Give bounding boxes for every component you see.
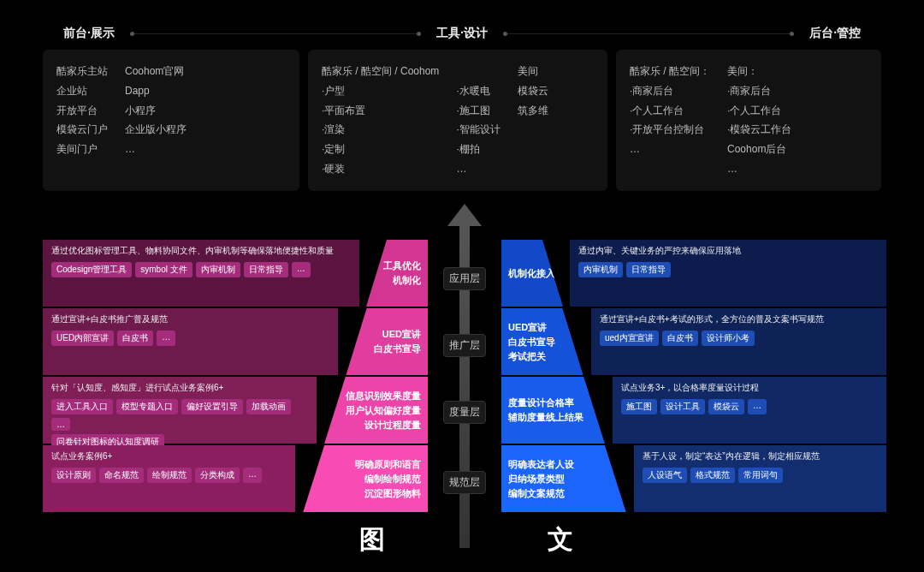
top-box-back: 酷家乐 / 酷空间： ·商家后台 ·个人工作台 ·开放平台控制台 … 美间： ·… [616,50,881,191]
item: 企业站 [56,81,108,101]
tags: 试点业务案例6+ 设计原则 命名规范 绘制规范 分类构成 … [43,445,295,512]
tag: … [243,468,262,483]
row-desc: 针对「认知度、感知度」进行试点业务案例6+ [51,382,308,394]
slab-line: UED宣讲 [508,321,547,334]
item: ·个人工作台 [630,101,710,121]
tag: 内审机制 [196,262,240,277]
tag: 人设语气 [643,468,687,483]
tags: 通过宣讲+白皮书+考试的形式，全方位的普及文案书写规范 ued内宣宣讲 白皮书 … [591,308,886,375]
tag: 日常指导 [626,262,671,277]
layer-promo: 推广层 [443,334,486,357]
tags: 通过优化图标管理工具、物料协同文件、内审机制等确保落地便捷性和质量 Codesi… [43,240,359,307]
slab-line: 编制绘制规范 [364,473,421,486]
item: ·户型 [322,81,439,101]
row-desc: 试点业务案例6+ [51,450,287,462]
tag: 分类构成 [195,468,240,483]
slab: 工具优化 机制化 [359,240,428,307]
item: 筑多维 [518,101,548,121]
item: Coohom官网 [125,62,187,81]
top-box-tool: 酷家乐 / 酷空间 / Coohom ·户型 ·平面布置 ·渲染 ·定制 ·硬装… [308,50,607,191]
list: 酷家乐 / 酷空间 / Coohom ·户型 ·平面布置 ·渲染 ·定制 ·硬装 [322,62,439,179]
tag: 白皮书 [662,331,698,346]
tag: … [157,331,175,346]
slab-line: 明确表达者人设 [508,458,574,471]
item: … [630,140,710,159]
slab-line: 沉淀图形物料 [364,487,421,500]
tags: 基于人设，制定“表达”内在逻辑，制定相应规范 人设语气 格式规范 常用词句 [634,445,886,512]
list: Coohom官网 Dapp 小程序 企业版小程序 … [125,62,187,179]
row: 试点业务案例6+ 设计原则 命名规范 绘制规范 分类构成 … 明确原则和语言 编… [43,445,428,512]
item: … [727,159,791,179]
row-desc: 通过优化图标管理工具、物料协同文件、内审机制等确保落地便捷性和质量 [51,245,351,257]
slab: UED宣讲 白皮书宣导 [338,308,428,375]
item: ·模袋云工作台 [727,120,791,140]
tag: 日常指导 [244,262,288,277]
slab-line: 机制化 [393,274,421,287]
item: ·施工图 [456,101,500,121]
slab: 度量设计合格率 辅助度量线上结果 [501,377,613,444]
tag: 格式规范 [690,468,735,483]
row-desc: 通过宣讲+白皮书推广普及规范 [51,313,329,325]
slab-line: 工具优化 [383,259,421,272]
layer-metric: 度量层 [443,401,486,424]
slab-line: UED宣讲 [382,328,421,341]
row: 通过优化图标管理工具、物料协同文件、内审机制等确保落地便捷性和质量 Codesi… [43,240,428,307]
tag: ued内宣宣讲 [600,331,659,346]
top-boxes: 酷家乐主站 企业站 开放平台 模袋云门户 美间门户 Coohom官网 Dapp … [43,50,881,191]
pyramid-title-text: 文 [548,522,573,557]
tag: 设计工具 [660,399,705,414]
list: 酷家乐主站 企业站 开放平台 模袋云门户 美间门户 [56,62,108,179]
top-head-front: 前台·展示 [63,26,115,41]
top-head-tool: 工具·设计 [436,26,488,41]
item: ·渲染 [322,120,439,140]
slab-line: 明确原则和语言 [355,458,421,471]
layer-spec: 规范层 [443,471,486,494]
slab: 明确表达者人设 归纳场景类型 编制文案规范 [501,445,634,512]
tag: symbol 文件 [135,262,192,277]
item: ·硬装 [322,159,439,179]
slab-line: 归纳场景类型 [508,473,565,486]
list: 酷家乐 / 酷空间： ·商家后台 ·个人工作台 ·开放平台控制台 … [630,62,710,179]
tag: 设计原则 [51,468,96,483]
item: … [456,159,500,179]
item: ·平面布置 [322,101,439,121]
list: 美间： ·商家后台 ·个人工作台 ·模袋云工作台 Coohom后台 … [727,62,791,179]
subhead: 美间： [727,62,791,81]
item: ·水暖电 [456,81,500,101]
top-head-back: 后台·管控 [809,26,861,41]
row: 通过宣讲+白皮书推广普及规范 UED内部宣讲 白皮书 … UED宣讲 白皮书宣导 [43,308,428,375]
item: Dapp [125,81,187,101]
slab: 信息识别效果度量 用户认知偏好度量 设计过程度量 [317,377,428,444]
tag: 命名规范 [99,468,144,483]
slab: 机制化接入 [501,240,570,307]
item: … [125,140,187,159]
tags: 通过宣讲+白皮书推广普及规范 UED内部宣讲 白皮书 … [43,308,338,375]
tag: 白皮书 [117,331,153,346]
item: 模袋云 [518,81,548,101]
tag: 模型专题入口 [116,399,178,414]
list: ·水暖电 ·施工图 ·智能设计 ·棚拍 … [456,62,500,179]
slab-line: 白皮书宣导 [374,343,421,355]
layer-app: 应用层 [443,267,486,290]
pyramid-text: 机制化接入 通过内审、关键业务的严控来确保应用落地 内审机制 日常指导 UED宣… [501,240,886,522]
tag: 加载动画 [246,399,291,414]
item: ·智能设计 [456,120,500,140]
slab-line: 信息识别效果度量 [346,390,421,402]
row: UED宣讲 白皮书宣导 考试把关 通过宣讲+白皮书+考试的形式，全方位的普及文案… [501,308,886,375]
row-desc: 基于人设，制定“表达”内在逻辑，制定相应规范 [643,450,878,462]
tag: 设计师小考 [702,331,755,346]
tags: 通过内审、关键业务的严控来确保应用落地 内审机制 日常指导 [570,240,886,307]
slab: 明确原则和语言 编制绘制规范 沉淀图形物料 [295,445,428,512]
slab-line: 用户认知偏好度量 [346,404,421,417]
item: 美间门户 [56,140,108,159]
tag: 进入工具入口 [51,399,113,414]
top-box-front: 酷家乐主站 企业站 开放平台 模袋云门户 美间门户 Coohom官网 Dapp … [43,50,299,191]
slab-line: 辅助度量线上结果 [508,411,583,424]
slab-line: 机制化接入 [508,267,555,280]
tag: 内审机制 [578,262,623,277]
tag: 模袋云 [708,399,744,414]
item: ·棚拍 [456,140,500,159]
top-headings: 前台·展示 工具·设计 后台·管控 [43,26,881,50]
subhead: 酷家乐 / 酷空间： [630,62,710,81]
item: ·商家后台 [630,81,710,101]
